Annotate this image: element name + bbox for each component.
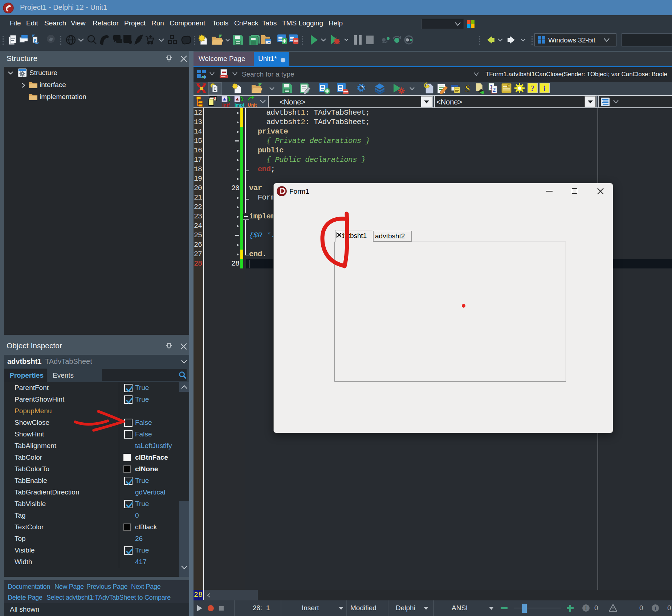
- svg-text:Impl: Impl: [235, 102, 244, 107]
- svg-text:?: ?: [530, 84, 535, 93]
- svg-text:E: E: [507, 84, 510, 88]
- svg-text:Unit: Unit: [248, 102, 257, 107]
- svg-text:i: i: [543, 84, 546, 93]
- svg-text:2: 2: [493, 86, 496, 93]
- svg-text:S: S: [465, 83, 471, 94]
- svg-text:Intf: Intf: [222, 102, 230, 107]
